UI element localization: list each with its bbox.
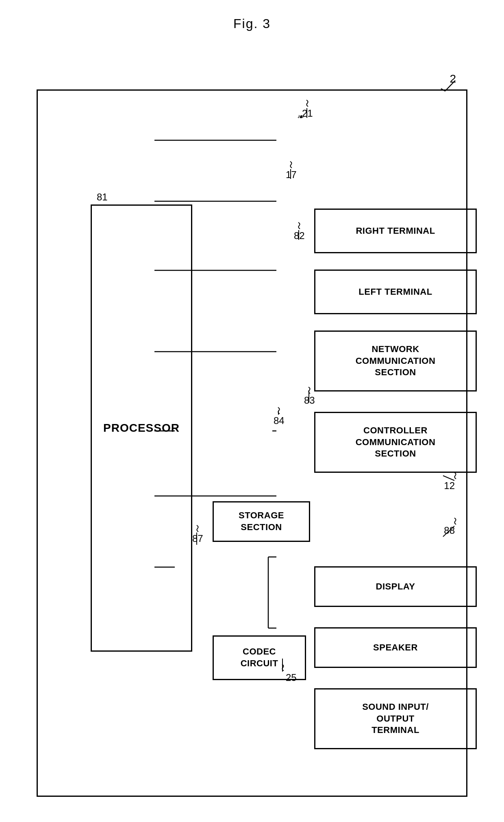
codec-circuit-label: CODECCIRCUIT	[241, 646, 278, 669]
ref-82-label: 82	[294, 230, 305, 241]
network-comm-label: NETWORKCOMMUNICATIONSECTION	[356, 344, 436, 378]
storage-section-box: STORAGESECTION	[213, 501, 310, 542]
sound-terminal-box: SOUND INPUT/OUTPUTTERMINAL	[314, 688, 477, 749]
ref-25-label: 25	[286, 672, 297, 683]
ref-21-label: 21	[302, 108, 313, 119]
controller-comm-box: CONTROLLERCOMMUNICATIONSECTION	[314, 412, 477, 473]
ref-88-label: 88	[444, 525, 455, 536]
ref-87-label: 87	[192, 533, 203, 544]
processor-box: PROCESSOR	[91, 204, 192, 652]
sound-terminal-label: SOUND INPUT/OUTPUTTERMINAL	[362, 701, 429, 736]
speaker-label: SPEAKER	[373, 642, 418, 654]
display-box: DISPLAY	[314, 566, 477, 607]
ref-83-label: 83	[304, 395, 315, 406]
right-terminal-box: RIGHT TERMINAL	[314, 209, 477, 253]
display-label: DISPLAY	[376, 581, 415, 593]
ref-2-label: 2	[450, 72, 456, 85]
page: Fig. 3 2 PROCESSOR 81 RIGHT TERMINAL LEF…	[0, 0, 504, 822]
storage-section-label: STORAGESECTION	[239, 510, 284, 533]
main-diagram-box: PROCESSOR 81 RIGHT TERMINAL LEFT TERMINA…	[37, 89, 467, 797]
figure-title: Fig. 3	[233, 16, 271, 31]
controller-comm-label: CONTROLLERCOMMUNICATIONSECTION	[356, 425, 436, 460]
processor-label: PROCESSOR	[103, 422, 180, 435]
ref-17-label: 17	[286, 169, 297, 180]
right-terminal-label: RIGHT TERMINAL	[356, 225, 435, 237]
ref-21-squiggle: ❧	[297, 112, 304, 122]
ref-81-label: 81	[97, 191, 108, 203]
speaker-box: SPEAKER	[314, 627, 477, 668]
network-comm-box: NETWORKCOMMUNICATIONSECTION	[314, 331, 477, 391]
left-terminal-label: LEFT TERMINAL	[358, 286, 432, 298]
ref-84-label: 84	[274, 415, 285, 426]
left-terminal-box: LEFT TERMINAL	[314, 270, 477, 314]
ref-12-label: 12	[444, 480, 455, 491]
